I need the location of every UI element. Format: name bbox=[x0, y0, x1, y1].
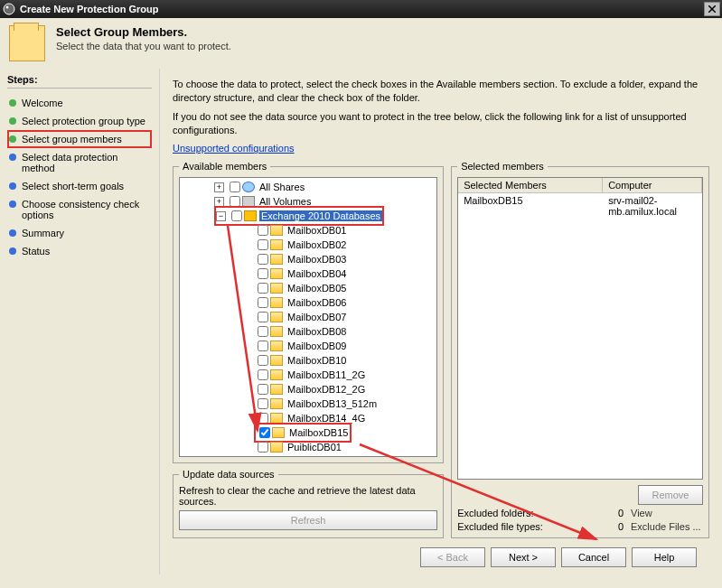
tree-label[interactable]: MailboxDB10 bbox=[286, 355, 348, 366]
available-tree[interactable]: +All Shares+All Volumes−Exchange 2010 Da… bbox=[179, 177, 437, 457]
tree-checkbox[interactable] bbox=[258, 268, 268, 279]
tree-checkbox[interactable] bbox=[258, 355, 268, 366]
svg-point-0 bbox=[4, 4, 14, 14]
exclude-files-link[interactable]: Exclude Files ... bbox=[631, 521, 703, 532]
tree-checkbox[interactable] bbox=[259, 427, 270, 438]
next-button[interactable]: Next > bbox=[491, 547, 556, 567]
database-icon bbox=[270, 384, 283, 395]
svg-point-1 bbox=[6, 6, 9, 9]
tree-label[interactable]: MailboxDB13_512m bbox=[286, 398, 379, 409]
col-selected-members[interactable]: Selected Members bbox=[458, 178, 603, 192]
tree-label[interactable]: MailboxDB05 bbox=[286, 283, 348, 294]
tree-checkbox[interactable] bbox=[231, 210, 242, 221]
cancel-button[interactable]: Cancel bbox=[561, 547, 626, 567]
tree-row[interactable]: MailboxDB03 bbox=[182, 252, 435, 266]
titlebar: Create New Protection Group bbox=[0, 0, 722, 18]
step-bullet-icon bbox=[9, 201, 16, 208]
page-subtitle: Select the data that you want to protect… bbox=[56, 41, 231, 51]
selected-members-panel: Selected members Selected Members Comput… bbox=[451, 161, 709, 538]
selected-table[interactable]: Selected Members Computer MailboxDB15srv… bbox=[457, 177, 703, 480]
tree-label[interactable]: MailboxDB03 bbox=[286, 254, 348, 265]
tree-label[interactable]: MailboxDB11_2G bbox=[286, 369, 367, 380]
tree-checkbox[interactable] bbox=[258, 341, 268, 351]
tree-row[interactable]: MailboxDB02 bbox=[182, 238, 435, 252]
wizard-buttons: < Back Next > Cancel Help bbox=[173, 538, 709, 573]
step-label: Select group members bbox=[22, 134, 122, 145]
tree-checkbox[interactable] bbox=[258, 384, 268, 395]
tree-row[interactable]: MailboxDB04 bbox=[182, 266, 435, 281]
step-label: Select short-term goals bbox=[22, 181, 124, 191]
database-icon bbox=[270, 355, 283, 366]
unsupported-link[interactable]: Unsupported configurations bbox=[173, 143, 295, 154]
tree-row[interactable]: MailboxDB10 bbox=[182, 353, 435, 368]
tree-checkbox[interactable] bbox=[230, 182, 240, 192]
tree-checkbox[interactable] bbox=[258, 326, 268, 337]
tree-row[interactable]: MailboxDB05 bbox=[182, 281, 435, 295]
tree-label[interactable]: MailboxDB15 bbox=[287, 427, 350, 438]
exchange-root-node[interactable]: −Exchange 2010 Databases bbox=[214, 206, 384, 226]
col-computer[interactable]: Computer bbox=[603, 178, 702, 192]
tree-label[interactable]: MailboxDB01 bbox=[286, 225, 348, 236]
database-icon bbox=[270, 297, 283, 308]
selected-row[interactable]: MailboxDB15srv-mail02-mb.amilux.local bbox=[458, 193, 702, 219]
database-node-checked[interactable]: MailboxDB15 bbox=[254, 423, 352, 443]
tree-checkbox[interactable] bbox=[258, 254, 268, 265]
tree-row[interactable]: MailboxDB09 bbox=[182, 339, 435, 353]
wizard-header: Select Group Members. Select the data th… bbox=[0, 18, 722, 69]
tree-row[interactable]: MailboxDB06 bbox=[182, 295, 435, 310]
tree-label[interactable]: PuiblicDB01 bbox=[286, 442, 343, 453]
collapse-icon[interactable]: − bbox=[216, 211, 226, 221]
step-label: Status bbox=[22, 246, 50, 257]
steps-heading: Steps: bbox=[7, 74, 152, 89]
tree-label[interactable]: MailboxDB09 bbox=[286, 341, 348, 351]
instruction-text-1: To choose the data to protect, select th… bbox=[173, 78, 709, 105]
tree-row[interactable]: MailboxDB08 bbox=[182, 324, 435, 339]
step-6: Summary bbox=[7, 224, 152, 242]
tree-checkbox[interactable] bbox=[258, 239, 268, 250]
database-icon bbox=[270, 268, 283, 279]
tree-row[interactable]: +All Shares bbox=[182, 180, 435, 194]
view-excluded-link[interactable]: View bbox=[631, 508, 703, 518]
step-4: Select short-term goals bbox=[7, 177, 152, 195]
tree-label[interactable]: MailboxDB06 bbox=[286, 297, 348, 308]
tree-checkbox[interactable] bbox=[258, 442, 268, 453]
expand-icon[interactable]: + bbox=[214, 182, 224, 192]
instruction-text-2: If you do not see the data source you wa… bbox=[173, 110, 709, 137]
step-label: Choose consistency check options bbox=[22, 199, 150, 220]
help-button[interactable]: Help bbox=[632, 547, 697, 567]
step-1: Select protection group type bbox=[7, 112, 152, 130]
tree-row[interactable]: PuiblicDB01 bbox=[182, 440, 435, 454]
tree-row[interactable]: −Exchange 2010 Databases bbox=[182, 209, 435, 223]
step-3: Select data protection method bbox=[7, 148, 152, 177]
update-sources-panel: Update data sources Refresh to clear the… bbox=[173, 469, 444, 538]
tree-checkbox[interactable] bbox=[258, 312, 268, 322]
tree-checkbox[interactable] bbox=[258, 398, 268, 409]
tree-row[interactable]: MailboxDB13_512m bbox=[182, 397, 435, 411]
tree-checkbox[interactable] bbox=[258, 297, 268, 308]
remove-button[interactable]: Remove bbox=[638, 485, 703, 505]
excluded-types-label: Excluded file types: bbox=[457, 521, 604, 532]
tree-row[interactable]: MailboxDB15 bbox=[182, 425, 435, 440]
steps-sidebar: Steps: WelcomeSelect protection group ty… bbox=[0, 69, 160, 574]
tree-row[interactable]: MailboxDB07 bbox=[182, 310, 435, 324]
tree-label[interactable]: Exchange 2010 Databases bbox=[259, 210, 382, 221]
step-label: Welcome bbox=[22, 98, 63, 108]
tree-checkbox[interactable] bbox=[258, 225, 268, 236]
tree-checkbox[interactable] bbox=[258, 283, 268, 294]
database-icon bbox=[270, 398, 283, 409]
tree-label[interactable]: All Shares bbox=[258, 182, 306, 192]
tree-row[interactable]: MailboxDB12_2G bbox=[182, 382, 435, 397]
close-button[interactable] bbox=[704, 2, 720, 16]
tree-label[interactable]: MailboxDB08 bbox=[286, 326, 348, 337]
tree-checkbox[interactable] bbox=[258, 369, 268, 380]
excluded-types-count: 0 bbox=[604, 521, 631, 532]
back-button[interactable]: < Back bbox=[420, 547, 485, 567]
tree-label[interactable]: MailboxDB02 bbox=[286, 239, 348, 250]
tree-label[interactable]: MailboxDB04 bbox=[286, 268, 348, 279]
expand-icon[interactable]: + bbox=[214, 197, 224, 207]
tree-label[interactable]: MailboxDB12_2G bbox=[286, 384, 367, 395]
tree-label[interactable]: MailboxDB07 bbox=[286, 312, 348, 322]
tree-row[interactable]: MailboxDB11_2G bbox=[182, 368, 435, 382]
step-label: Summary bbox=[22, 228, 64, 238]
refresh-button[interactable]: Refresh bbox=[179, 510, 437, 530]
